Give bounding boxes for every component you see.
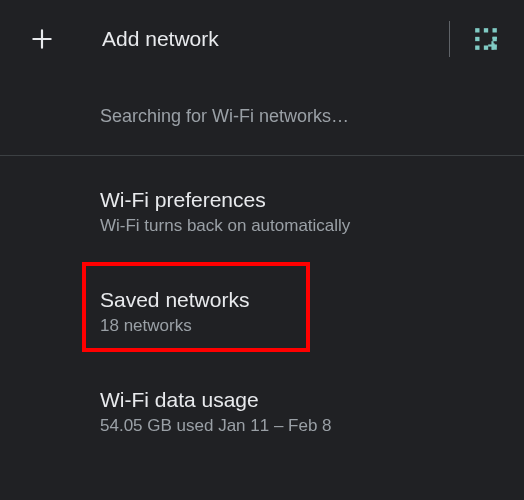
svg-rect-2 [493,28,497,32]
plus-icon[interactable] [28,25,56,53]
saved-networks-item[interactable]: Saved networks 18 networks [0,268,524,356]
svg-rect-11 [488,44,497,46]
item-title: Saved networks [100,288,500,312]
svg-rect-1 [484,28,488,32]
horizontal-divider [0,155,524,156]
svg-rect-4 [475,46,479,50]
wifi-search-status: Searching for Wi-Fi networks… [0,78,524,155]
item-subtitle: 18 networks [100,316,500,336]
svg-rect-7 [493,37,497,39]
item-subtitle: Wi-Fi turns back on automatically [100,216,500,236]
wifi-data-usage-item[interactable]: Wi-Fi data usage 54.05 GB used Jan 11 – … [0,368,524,456]
item-title: Wi-Fi data usage [100,388,500,412]
qr-scan-icon[interactable] [472,25,500,53]
header-row: Add network [0,0,524,78]
add-network-button[interactable]: Add network [102,27,449,51]
svg-rect-3 [475,37,479,41]
svg-rect-5 [484,46,488,50]
svg-rect-6 [484,37,488,41]
wifi-preferences-item[interactable]: Wi-Fi preferences Wi-Fi turns back on au… [0,168,524,256]
svg-rect-0 [475,28,479,32]
item-subtitle: 54.05 GB used Jan 11 – Feb 8 [100,416,500,436]
item-title: Wi-Fi preferences [100,188,500,212]
vertical-divider [449,21,450,57]
